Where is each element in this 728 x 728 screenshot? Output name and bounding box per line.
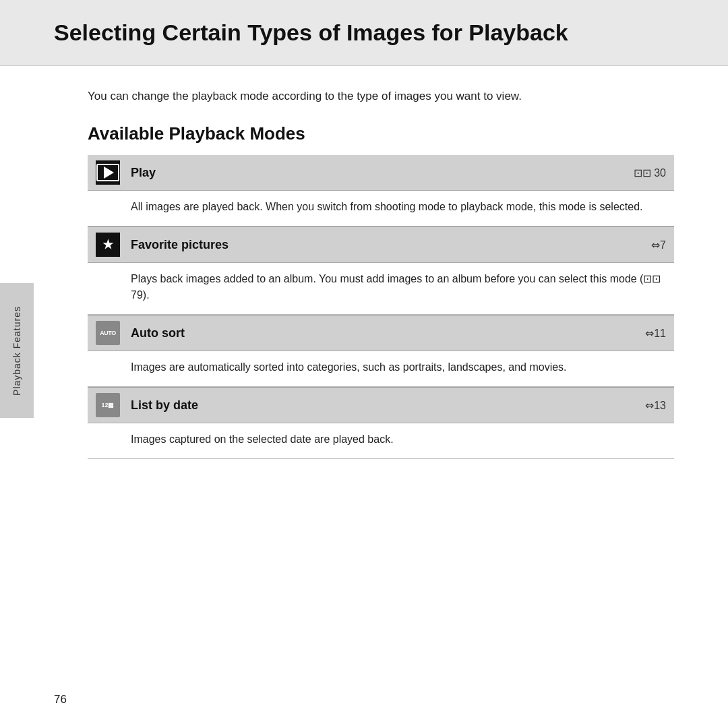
mode-favorite-header: ★ Favorite pictures ⇔7: [88, 226, 674, 263]
play-mode-desc: All images are played back. When you swi…: [88, 191, 674, 226]
favorite-mode-icon: ★: [96, 233, 120, 257]
play-mode-icon: [96, 160, 120, 185]
auto-sort-mode-icon: AUTO: [96, 321, 120, 345]
section-title: Available Playback Modes: [88, 123, 674, 144]
intro-text: You can change the playback mode accordi…: [88, 88, 674, 105]
auto-sort-mode-desc: Images are automatically sorted into cat…: [88, 351, 674, 387]
page-number: 76: [54, 693, 67, 706]
mode-auto-sort-header: AUTO Auto sort ⇔11: [88, 315, 674, 351]
list-by-date-mode-ref: ⇔13: [645, 399, 666, 412]
play-mode-label: Play: [131, 166, 634, 180]
play-mode-ref: ⊡⊡ 30: [634, 166, 666, 179]
page-title: Selecting Certain Types of Images for Pl…: [54, 19, 674, 47]
mode-play-header: Play ⊡⊡ 30: [88, 155, 674, 191]
sidebar-tab-label: Playback Features: [11, 306, 22, 396]
auto-sort-mode-ref: ⇔11: [645, 327, 666, 340]
favorite-mode-desc: Plays back images added to an album. You…: [88, 263, 674, 315]
main-content: You can change the playback mode accordi…: [34, 66, 728, 481]
auto-sort-mode-label: Auto sort: [131, 326, 645, 340]
sidebar-tab: Playback Features: [0, 283, 34, 418]
mode-favorite: ★ Favorite pictures ⇔7 Plays back images…: [88, 226, 674, 315]
page-header: Selecting Certain Types of Images for Pl…: [0, 0, 728, 66]
list-by-date-mode-label: List by date: [131, 398, 645, 413]
mode-auto-sort: AUTO Auto sort ⇔11 Images are automatica…: [88, 315, 674, 387]
favorite-mode-ref: ⇔7: [651, 239, 666, 251]
list-by-date-mode-desc: Images captured on the selected date are…: [88, 423, 674, 459]
favorite-mode-label: Favorite pictures: [131, 238, 651, 252]
mode-list-by-date-header: 12▦ List by date ⇔13: [88, 387, 674, 423]
list-by-date-mode-icon: 12▦: [96, 393, 120, 417]
mode-play: Play ⊡⊡ 30 All images are played back. W…: [88, 155, 674, 226]
mode-list-by-date: 12▦ List by date ⇔13 Images captured on …: [88, 387, 674, 459]
